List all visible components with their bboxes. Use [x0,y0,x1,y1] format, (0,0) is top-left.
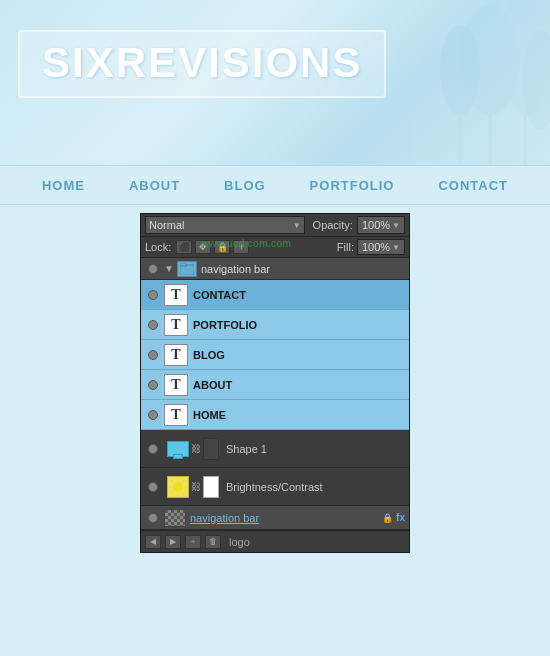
banner: SIXREVISIONS [0,0,550,165]
eye-icon-shape1[interactable] [145,441,161,457]
square-thumbnail [203,438,219,460]
layer-group-nav-bar[interactable]: ▼ navigation bar [141,258,409,280]
text-thumb-contact: T [164,284,188,306]
bc-chain-icon: ⛓ [191,481,201,492]
eye-icon-about[interactable] [145,377,161,393]
nav-item-portfolio[interactable]: PORTFOLIO [302,174,403,197]
chain-icon: ⛓ [191,443,201,454]
opacity-input[interactable]: 100% ▼ [357,216,405,234]
layer-group-nav-bar-bottom[interactable]: navigation bar 🔒 fx [141,506,409,530]
footer-btn-2[interactable]: ▶ [165,535,181,549]
layer-about[interactable]: T ABOUT [141,370,409,400]
bc-mask-thumbnail [203,476,219,498]
layer-shape1[interactable]: ⛓ Shape 1 [141,430,409,468]
lock-position-btn[interactable]: ✥ [195,240,211,254]
nav-item-about[interactable]: ABOUT [121,174,188,197]
lock-pixels-btn[interactable]: ⬛ [176,240,192,254]
eye-icon-contact[interactable] [145,287,161,303]
svg-line-19 [183,480,185,482]
shape-thumb-group: ⛓ [167,438,219,460]
layer-brightness[interactable]: ⛓ Brightness/Contrast [141,468,409,506]
ps-layers-panel: Normal ▼ Opacity: 100% ▼ Lock: ⬛ ✥ 🔒 + w… [140,213,410,553]
monitor-thumbnail [167,441,189,457]
group-expand-arrow[interactable]: ▼ [164,263,174,274]
eye-icon-portfolio[interactable] [145,317,161,333]
banner-logo-wrap: SIXREVISIONS [18,30,386,98]
ps-lockbar: Lock: ⬛ ✥ 🔒 + www.ucd.com.com Fill: 100%… [141,237,409,258]
group-thumb-checkerboard [164,509,186,527]
layer-contact[interactable]: T CONTACT [141,280,409,310]
eye-icon-bottom-group[interactable] [145,510,161,526]
ps-topbar: Normal ▼ Opacity: 100% ▼ [141,214,409,237]
blend-mode-chevron: ▼ [293,221,301,230]
eye-icon-home[interactable] [145,407,161,423]
ps-footer: ◀ ▶ + 🗑 logo [141,530,409,552]
svg-line-20 [171,492,173,494]
footer-btn-add[interactable]: + [185,535,201,549]
layer-home[interactable]: T HOME [141,400,409,430]
group-folder-icon [177,261,197,277]
brightness-thumbnail [167,476,189,498]
bc-thumb-group: ⛓ [167,476,219,498]
text-thumb-home: T [164,404,188,426]
footer-btn-delete[interactable]: 🗑 [205,535,221,549]
site-logo: SIXREVISIONS [42,42,362,84]
opacity-arrow: ▼ [392,221,400,230]
eye-icon-blog[interactable] [145,347,161,363]
svg-point-3 [440,25,480,115]
eye-icon-group[interactable] [145,261,161,277]
lock-extra-btn[interactable]: + [233,240,249,254]
lock-icon-small: 🔒 [382,513,393,523]
fill-input[interactable]: 100% ▼ [357,239,405,255]
nav-item-blog[interactable]: BLOG [216,174,274,197]
navbar: HOME ABOUT BLOG PORTFOLIO CONTACT [0,165,550,205]
footer-btn-1[interactable]: ◀ [145,535,161,549]
lock-all-btn[interactable]: 🔒 [214,240,230,254]
text-thumb-portfolio: T [164,314,188,336]
layer-portfolio[interactable]: T PORTFOLIO [141,310,409,340]
svg-point-8 [395,40,425,120]
fill-arrow: ▼ [392,243,400,252]
blend-mode-select[interactable]: Normal ▼ [145,216,305,234]
nav-item-home[interactable]: HOME [34,174,93,197]
nav-item-contact[interactable]: CONTACT [430,174,516,197]
eye-icon-brightness[interactable] [145,479,161,495]
text-thumb-blog: T [164,344,188,366]
svg-point-12 [173,482,183,492]
svg-line-17 [171,480,173,482]
text-thumb-about: T [164,374,188,396]
svg-line-18 [183,492,185,494]
layer-blog[interactable]: T BLOG [141,340,409,370]
svg-rect-11 [180,263,186,266]
